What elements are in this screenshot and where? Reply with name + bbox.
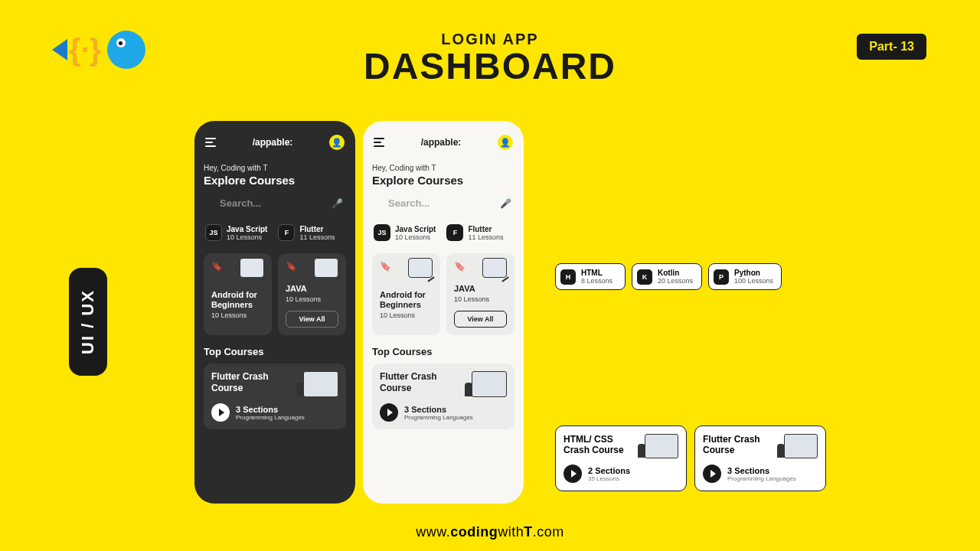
chip-html[interactable]: H HTML8 Lessons	[555, 263, 626, 290]
course-card-android[interactable]: 🔖 Android for Beginners 10 Lessons	[372, 253, 440, 335]
view-all-button[interactable]: View All	[286, 311, 338, 328]
card-illustration-icon	[482, 258, 507, 278]
greeting-text: Hey, Coding with T	[372, 164, 514, 172]
overflow-chips: H HTML8 Lessons K Kotlin20 Lessons P Pyt…	[555, 263, 782, 290]
menu-icon[interactable]	[205, 138, 216, 147]
play-icon[interactable]	[211, 403, 230, 422]
play-icon[interactable]	[380, 403, 398, 422]
top-course-card[interactable]: Flutter Crash Course 3 SectionsProgrammi…	[372, 364, 514, 429]
greeting-text: Hey, Coding with T	[204, 164, 346, 172]
course-card-java[interactable]: 🔖 JAVA 10 Lessons View All	[446, 253, 514, 335]
top-courses-heading: Top Courses	[204, 346, 346, 357]
search-placeholder: Search...	[388, 197, 495, 209]
chip-javascript[interactable]: JS Java Script10 Lessons	[372, 221, 437, 244]
chip-flutter[interactable]: F Flutter11 Lessons	[445, 221, 505, 244]
view-all-button[interactable]: View All	[454, 311, 507, 328]
chip-flutter[interactable]: F Flutter11 Lessons	[276, 221, 336, 244]
chip-python[interactable]: P Python100 Lessons	[708, 263, 782, 290]
app-brand: /appable:	[421, 137, 462, 148]
course-illustration-icon	[784, 434, 818, 458]
flutter-logo-icon: {·}	[69, 33, 101, 67]
phone-light: /appable: 👤 Hey, Coding with T Explore C…	[363, 121, 524, 504]
bird-logo-icon	[107, 31, 145, 69]
bookmark-icon: 🔖	[211, 261, 223, 278]
card-illustration-icon	[408, 258, 433, 278]
top-courses-heading: Top Courses	[372, 346, 514, 357]
search-placeholder: Search...	[220, 197, 327, 209]
course-card-htmlcss[interactable]: HTML/ CSS Crash Course 2 Sections35 Less…	[555, 425, 687, 491]
search-field[interactable]: Search... 🎤	[204, 196, 346, 210]
part-badge: Part- 13	[857, 34, 926, 60]
footer-url: www.codingwithT.com	[0, 524, 980, 540]
brand-logos: {·}	[69, 31, 145, 69]
bookmark-icon: 🔖	[286, 261, 297, 278]
play-icon[interactable]	[564, 465, 582, 483]
course-illustration-icon	[645, 434, 678, 458]
bookmark-icon: 🔖	[380, 261, 391, 278]
menu-icon[interactable]	[374, 138, 384, 147]
app-brand: /appable:	[253, 137, 293, 148]
avatar[interactable]: 👤	[329, 135, 345, 150]
explore-heading: Explore Courses	[204, 174, 346, 187]
explore-heading: Explore Courses	[372, 174, 514, 187]
avatar[interactable]: 👤	[498, 135, 513, 150]
search-field[interactable]: Search... 🎤	[372, 196, 514, 210]
course-illustration-icon	[303, 371, 338, 397]
top-course-card[interactable]: Flutter Crash Course 3 SectionsProgrammi…	[204, 364, 346, 429]
page-header: LOGIN APP DASHBOARD	[0, 0, 980, 87]
course-card-android[interactable]: 🔖 Android for Beginners 10 Lessons	[204, 253, 272, 335]
header-title: DASHBOARD	[0, 45, 980, 87]
bookmark-icon: 🔖	[454, 261, 466, 278]
course-card-java[interactable]: 🔖 JAVA 10 Lessons View All	[278, 253, 346, 335]
course-illustration-icon	[472, 371, 507, 397]
overflow-courses: HTML/ CSS Crash Course 2 Sections35 Less…	[555, 425, 826, 491]
phone-dark: /appable: 👤 Hey, Coding with T Explore C…	[194, 121, 355, 504]
chip-kotlin[interactable]: K Kotlin20 Lessons	[632, 263, 702, 290]
mic-icon[interactable]: 🎤	[332, 198, 343, 209]
uiux-badge: UI / UX	[69, 268, 107, 376]
chip-javascript[interactable]: JS Java Script10 Lessons	[204, 221, 269, 244]
course-card-flutter[interactable]: Flutter Crash Course 3 SectionsProgrammi…	[694, 425, 826, 491]
play-icon[interactable]	[703, 465, 721, 483]
card-illustration-icon	[314, 258, 338, 278]
mic-icon[interactable]: 🎤	[500, 198, 511, 209]
card-illustration-icon	[240, 258, 264, 278]
